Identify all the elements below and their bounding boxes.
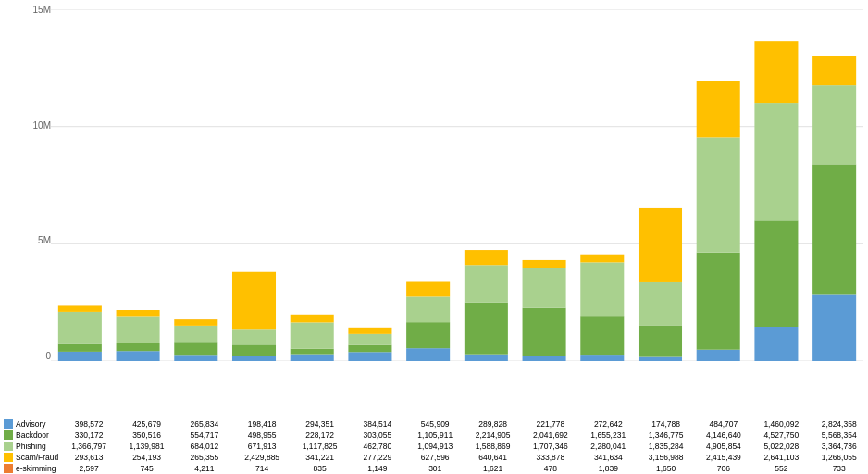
cell-eskimming-7: 1,621 — [464, 463, 521, 474]
svg-rect-4 — [58, 352, 102, 361]
cell-backdoor-3: 498,955 — [233, 430, 291, 441]
svg-rect-54 — [639, 357, 682, 361]
cell-phishing-9: 2,280,041 — [579, 441, 637, 452]
svg-rect-25 — [291, 349, 334, 355]
cell-scamfraud-9: 341,634 — [579, 452, 637, 463]
cell-scamfraud-0: 293,613 — [60, 452, 118, 463]
svg-rect-16 — [174, 326, 217, 342]
svg-rect-21 — [232, 329, 276, 344]
cell-eskimming-12: 552 — [752, 463, 810, 474]
svg-rect-5 — [58, 344, 102, 352]
cell-phishing-1: 1,139,981 — [118, 441, 175, 452]
cell-eskimming-10: 1,650 — [637, 463, 694, 474]
cell-phishing-5: 462,780 — [349, 441, 406, 452]
svg-rect-17 — [174, 319, 217, 326]
svg-rect-34 — [406, 348, 450, 361]
svg-rect-11 — [117, 316, 160, 343]
cell-phishing-8: 1,707,346 — [522, 441, 579, 452]
cell-advisory-8: 221,778 — [522, 418, 579, 430]
svg-rect-24 — [291, 355, 334, 361]
cell-advisory-5: 384,514 — [349, 418, 406, 430]
svg-rect-55 — [639, 325, 682, 356]
svg-rect-50 — [580, 316, 624, 355]
cell-phishing-13: 3,364,736 — [810, 441, 868, 452]
svg-rect-70 — [812, 164, 856, 294]
cell-phishing-7: 1,588,869 — [464, 441, 521, 452]
svg-rect-32 — [348, 328, 391, 334]
cell-backdoor-6: 1,105,911 — [406, 430, 464, 441]
cell-advisory-13: 2,824,358 — [810, 418, 868, 430]
legend-label-backdoor: Backdoor — [0, 430, 60, 441]
cell-phishing-2: 684,012 — [176, 441, 233, 452]
cell-scamfraud-10: 3,156,988 — [637, 452, 694, 463]
cell-scamfraud-4: 341,221 — [291, 452, 348, 463]
cell-advisory-2: 265,834 — [176, 418, 233, 430]
cell-backdoor-7: 2,214,905 — [464, 430, 521, 441]
svg-rect-60 — [697, 253, 740, 350]
cell-eskimming-13: 733 — [810, 463, 868, 474]
svg-rect-42 — [465, 250, 508, 265]
cell-scamfraud-11: 2,415,439 — [695, 452, 752, 463]
cell-eskimming-3: 714 — [233, 463, 291, 474]
cell-advisory-9: 272,642 — [579, 418, 637, 430]
svg-rect-39 — [465, 355, 508, 361]
svg-rect-57 — [639, 208, 682, 282]
cell-advisory-6: 545,909 — [406, 418, 464, 430]
cell-advisory-3: 198,418 — [233, 418, 291, 430]
legend-label-scamfraud: Scam/Fraud — [0, 452, 60, 463]
legend-label-eskimming: e-skimming — [0, 463, 60, 474]
svg-rect-47 — [523, 260, 566, 268]
svg-rect-72 — [812, 56, 856, 85]
svg-rect-71 — [812, 85, 856, 164]
svg-rect-67 — [754, 41, 798, 103]
cell-phishing-10: 1,835,284 — [637, 441, 694, 452]
svg-rect-51 — [580, 262, 624, 316]
cell-phishing-3: 671,913 — [233, 441, 291, 452]
cell-advisory-7: 289,828 — [464, 418, 521, 430]
cell-scamfraud-13: 1,266,055 — [810, 452, 868, 463]
svg-rect-62 — [697, 81, 740, 137]
y-label-5m: 5M — [38, 235, 51, 245]
chart-svg: 2020-Jun2020-Jul2020-Aug2020-Sep2020-Oct… — [51, 9, 863, 361]
svg-rect-14 — [174, 355, 217, 361]
y-label-10m: 10M — [33, 120, 51, 131]
cell-backdoor-12: 4,527,750 — [752, 430, 810, 441]
svg-rect-59 — [697, 350, 740, 361]
cell-backdoor-1: 350,516 — [118, 430, 175, 441]
cell-scamfraud-1: 254,193 — [118, 452, 175, 463]
svg-rect-45 — [523, 308, 566, 356]
svg-rect-27 — [291, 315, 334, 323]
svg-rect-44 — [523, 356, 566, 361]
svg-rect-49 — [580, 355, 624, 361]
cell-eskimming-6: 301 — [406, 463, 464, 474]
cell-eskimming-8: 478 — [522, 463, 579, 474]
cell-backdoor-8: 2,041,692 — [522, 430, 579, 441]
svg-rect-65 — [754, 220, 798, 327]
cell-eskimming-2: 4,211 — [176, 463, 233, 474]
y-axis: 15M 10M 5M 0 — [5, 5, 51, 361]
cell-eskimming-9: 1,839 — [579, 463, 637, 474]
cell-scamfraud-7: 640,641 — [464, 452, 521, 463]
cell-advisory-12: 1,460,092 — [752, 418, 810, 430]
cell-advisory-0: 398,572 — [60, 418, 118, 430]
svg-rect-36 — [406, 296, 450, 322]
cell-backdoor-13: 5,568,354 — [810, 430, 868, 441]
cell-eskimming-1: 745 — [118, 463, 175, 474]
svg-rect-56 — [639, 282, 682, 325]
svg-rect-19 — [232, 356, 276, 361]
cell-advisory-4: 294,351 — [291, 418, 348, 430]
legend-label-advisory: Advisory — [0, 418, 60, 430]
cell-scamfraud-6: 627,596 — [406, 452, 464, 463]
svg-rect-61 — [697, 137, 740, 252]
svg-rect-64 — [754, 327, 798, 361]
cell-advisory-11: 484,707 — [695, 418, 752, 430]
svg-rect-69 — [812, 294, 856, 361]
cell-backdoor-5: 303,055 — [349, 430, 406, 441]
cell-eskimming-4: 835 — [291, 463, 348, 474]
svg-rect-26 — [291, 322, 334, 348]
cell-backdoor-4: 228,172 — [291, 430, 348, 441]
legend-label-phishing: Phishing — [0, 441, 60, 452]
cell-backdoor-0: 330,172 — [60, 430, 118, 441]
svg-rect-20 — [232, 344, 276, 356]
svg-rect-35 — [406, 322, 450, 348]
